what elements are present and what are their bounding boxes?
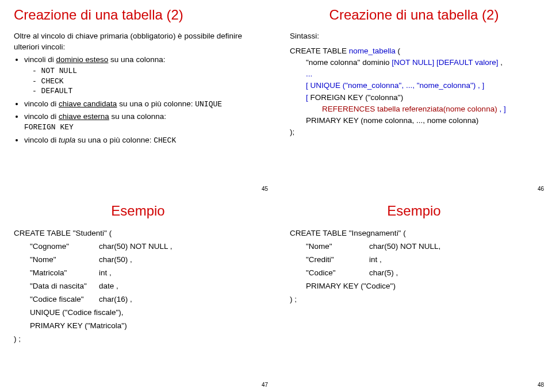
col-type: char(50) NOT NULL, xyxy=(369,242,440,251)
col-name: "Cognome" xyxy=(30,240,99,253)
code-line: "Crediti"int , xyxy=(290,253,538,267)
text: su una colonna: xyxy=(109,112,166,121)
syntax-line: "nome colonna" dominio [NOT NULL] [DEFAU… xyxy=(290,57,538,68)
code-line: "Nome"char(50) NOT NULL, xyxy=(290,240,538,253)
example-block: CREATE TABLE "Studenti" ( "Cognome"char(… xyxy=(14,227,262,345)
col-type: char(16) , xyxy=(99,295,132,303)
syntax-line: [ UNIQUE ("nome_colonna", ..., "nome_col… xyxy=(290,80,538,91)
text-underline: chiave esterna xyxy=(59,112,109,121)
sub-item: CHECK xyxy=(32,76,262,87)
col-name: "Data di nascita" xyxy=(30,280,99,293)
text: ( xyxy=(396,47,400,55)
col-name: "Nome" xyxy=(30,253,99,267)
slide-title: Creazione di una tabella (2) xyxy=(290,6,538,24)
text-blue: [ xyxy=(306,93,310,102)
code: UNIQUE xyxy=(195,100,222,109)
code: FOREIGN KEY xyxy=(24,123,74,132)
page-number: 48 xyxy=(538,381,544,389)
col-type: date , xyxy=(99,282,118,290)
sub-list: NOT NULL CHECK DEFAULT xyxy=(24,66,262,97)
slide-title: Esempio xyxy=(14,202,262,220)
text-italic: tupla xyxy=(59,136,75,144)
col-name: "Codice fiscale" xyxy=(30,293,99,306)
col-type: char(50) NOT NULL , xyxy=(99,242,172,251)
col-name: "Matricola" xyxy=(30,267,99,280)
code: CHECK xyxy=(154,136,176,145)
col-type: char(5) , xyxy=(369,268,398,277)
code-line: CREATE TABLE "Studenti" ( xyxy=(14,227,262,240)
text: su una o più colonne: xyxy=(117,99,195,108)
bullet-list: vincoli di dominio esteso su una colonna… xyxy=(14,55,262,146)
bullet-item: vincoli di dominio esteso su una colonna… xyxy=(24,55,262,97)
code-line: "Codice fiscale"char(16) , xyxy=(14,293,262,306)
slide-47: Esempio CREATE TABLE "Studenti" ( "Cogno… xyxy=(0,196,276,392)
code-line: CREATE TABLE "Insegnamenti" ( xyxy=(290,227,538,240)
code-line: ) ; xyxy=(290,293,538,306)
bullet-item: vincolo di tupla su una o più colonne: C… xyxy=(24,135,262,146)
syntax-line: REFERENCES tabella referenziata(nome col… xyxy=(290,103,538,115)
slide-46: Creazione di una tabella (2) Sintassi: C… xyxy=(276,0,552,196)
col-name: "Crediti" xyxy=(306,253,369,267)
text-underline: chiave candidata xyxy=(59,99,117,108)
code-line: PRIMARY KEY ("Codice") xyxy=(290,280,538,293)
slide-45: Creazione di una tabella (2) Oltre al vi… xyxy=(0,0,276,196)
text-underline: dominio esteso xyxy=(56,55,109,64)
text: vincolo di xyxy=(24,99,59,108)
code-line: "Codice"char(5) , xyxy=(290,267,538,280)
code-line: ) ; xyxy=(14,333,262,346)
syntax-line: [ FOREIGN KEY ("colonna") xyxy=(290,92,538,103)
code-line: "Data di nascita"date , xyxy=(14,280,262,293)
sub-item: NOT NULL xyxy=(32,66,262,76)
sintassi-label: Sintassi: xyxy=(290,31,538,41)
code-line: "Cognome"char(50) NOT NULL , xyxy=(14,240,262,253)
text-blue: nome_tabella xyxy=(349,47,396,55)
slide-title: Esempio xyxy=(290,202,538,220)
text-darkred: REFERENCES tabella referenziata(nome col… xyxy=(322,105,499,113)
col-name: "Nome" xyxy=(306,240,369,253)
example-block: CREATE TABLE "Insegnamenti" ( "Nome"char… xyxy=(290,227,538,306)
text: CREATE TABLE xyxy=(290,47,349,55)
intro-text: Oltre al vincolo di chiave primaria (obb… xyxy=(14,31,262,52)
bullet-item: vincolo di chiave esterna su una colonna… xyxy=(24,112,262,133)
text: FOREIGN KEY ("colonna") xyxy=(310,93,404,102)
col-name: "Codice" xyxy=(306,267,369,280)
page-number: 47 xyxy=(262,381,268,389)
text: , xyxy=(500,58,503,67)
text: vincolo di xyxy=(24,112,59,121)
code-line: "Nome"char(50) , xyxy=(14,253,262,267)
col-type: char(50) , xyxy=(99,255,132,264)
syntax-line: PRIMARY KEY (nome colonna, ..., nome col… xyxy=(290,115,538,126)
syntax-line: ... xyxy=(290,68,538,80)
slide-48: Esempio CREATE TABLE "Insegnamenti" ( "N… xyxy=(276,196,552,392)
code-line: UNIQUE ("Codice fiscale"), xyxy=(14,306,262,320)
text: su una colonna: xyxy=(108,55,165,64)
col-type: int , xyxy=(99,268,112,277)
page-number: 46 xyxy=(538,185,544,193)
text: vincoli di xyxy=(24,55,56,64)
syntax-line: CREATE TABLE nome_tabella ( xyxy=(290,45,538,57)
slide-grid: Creazione di una tabella (2) Oltre al vi… xyxy=(0,0,552,392)
text: "nome colonna" dominio xyxy=(306,58,392,67)
slide-title: Creazione di una tabella (2) xyxy=(14,6,262,24)
col-type: int , xyxy=(369,255,382,264)
sub-item: DEFAULT xyxy=(32,86,262,97)
code-line: PRIMARY KEY ("Matricola") xyxy=(14,320,262,333)
bullet-item: vincolo di chiave candidata su una o più… xyxy=(24,99,262,110)
syntax-block: CREATE TABLE nome_tabella ( "nome colonn… xyxy=(290,45,538,139)
text: vincolo di xyxy=(24,136,59,144)
text: su una o più colonne: xyxy=(75,136,154,144)
syntax-line: ); xyxy=(290,126,538,138)
text-blue: [NOT NULL] [DEFAULT valore] xyxy=(392,58,500,67)
code-line: "Matricola"int , xyxy=(14,267,262,280)
page-number: 45 xyxy=(262,185,268,193)
text-blue: , ] xyxy=(499,105,505,113)
